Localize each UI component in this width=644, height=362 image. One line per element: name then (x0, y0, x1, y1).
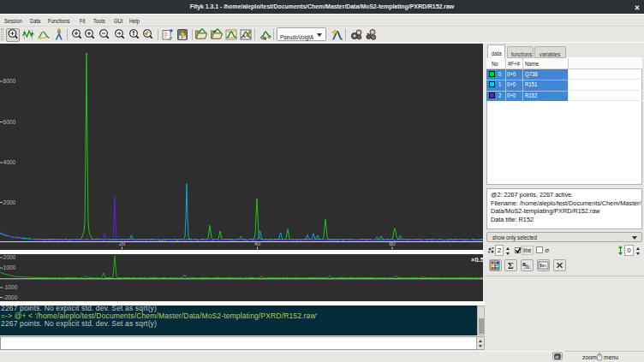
svg-text:Σ: Σ (508, 261, 514, 270)
svg-text:1000: 1000 (3, 264, 16, 270)
svg-text:8000: 8000 (3, 78, 16, 84)
svg-text:4000: 4000 (3, 159, 16, 165)
svg-text:6000: 6000 (3, 119, 16, 125)
svg-text:60: 60 (389, 240, 396, 246)
svg-text:×0.5: ×0.5 (471, 256, 483, 264)
svg-text:20: 20 (119, 240, 126, 246)
svg-text:2000: 2000 (3, 254, 16, 260)
svg-text:b: b (526, 264, 529, 270)
svg-text:-1000: -1000 (3, 284, 18, 290)
svg-text:w: w (556, 354, 559, 359)
svg-text:2000: 2000 (3, 199, 16, 205)
svg-text:-2000: -2000 (3, 294, 18, 300)
svg-text:40: 40 (254, 240, 261, 246)
